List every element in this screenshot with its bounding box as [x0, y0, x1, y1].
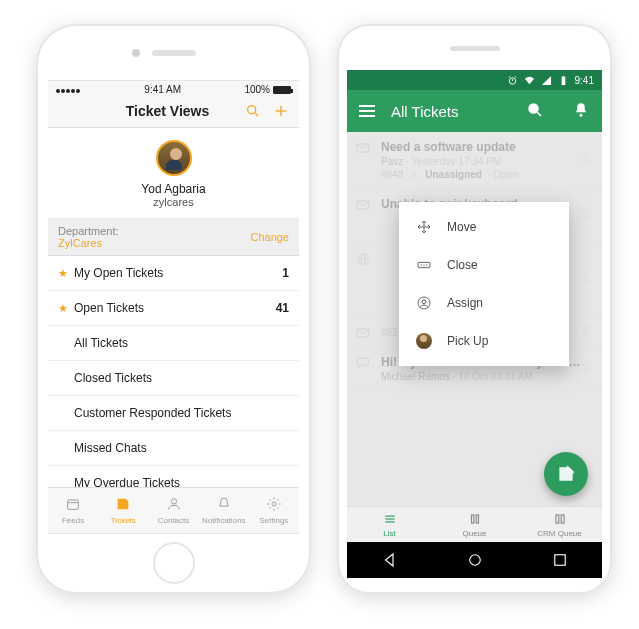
- menu-item-move[interactable]: Move: [399, 208, 569, 246]
- bell-icon[interactable]: [572, 101, 590, 122]
- battery-icon: [273, 86, 291, 94]
- svg-rect-4: [68, 500, 79, 509]
- department-label: Department:: [58, 225, 119, 237]
- view-row[interactable]: All Tickets: [48, 326, 299, 361]
- ios-status-bar: 9:41 AM 100%: [48, 81, 299, 97]
- move-icon: [415, 218, 433, 236]
- ticket-list: Need a software updatePavz · Yesterday 1…: [347, 132, 602, 506]
- feeds-icon: [65, 496, 81, 514]
- tab-label: List: [383, 529, 395, 538]
- android-bottom-tabs: ListQueueCRM Queue: [347, 506, 602, 542]
- svg-rect-37: [554, 555, 565, 566]
- fab-new-ticket[interactable]: [544, 452, 588, 496]
- menu-label: Close: [447, 258, 478, 272]
- tab-tickets[interactable]: Tickets: [98, 488, 148, 533]
- close-icon: [415, 256, 433, 274]
- view-row[interactable]: Missed Chats: [48, 431, 299, 466]
- notifications-icon: [216, 496, 232, 514]
- tab-notifications[interactable]: Notifications: [199, 488, 249, 533]
- iphone-frame: 9:41 AM 100% Ticket Views Yod Agbaria: [36, 24, 311, 594]
- battery-icon: [558, 75, 569, 86]
- menu-icon[interactable]: [359, 105, 375, 117]
- menu-label: Assign: [447, 296, 483, 310]
- svg-line-1: [255, 113, 258, 116]
- avatar: [156, 140, 192, 176]
- view-row[interactable]: ★My Open Tickets1: [48, 256, 299, 291]
- android-status-bar: 9:41: [347, 70, 602, 90]
- svg-rect-35: [561, 514, 564, 522]
- menu-label: Pick Up: [447, 334, 488, 348]
- tab-settings[interactable]: Settings: [249, 488, 299, 533]
- svg-line-15: [537, 112, 541, 116]
- menu-label: Move: [447, 220, 476, 234]
- menu-item-pick-up[interactable]: Pick Up: [399, 322, 569, 360]
- status-time: 9:41 AM: [144, 84, 181, 95]
- tab-icon: [383, 512, 397, 528]
- bottom-tab-crm-queue[interactable]: CRM Queue: [517, 507, 602, 542]
- wifi-icon: [524, 75, 535, 86]
- context-menu: MoveCloseAssignPick Up: [399, 202, 569, 366]
- view-label: Open Tickets: [74, 301, 144, 315]
- svg-point-16: [580, 113, 583, 116]
- search-icon[interactable]: [245, 103, 261, 119]
- tab-icon: [468, 512, 482, 528]
- tab-label: Settings: [259, 516, 288, 525]
- tab-label: Notifications: [202, 516, 246, 525]
- view-label: Missed Chats: [74, 441, 147, 455]
- search-icon[interactable]: [526, 101, 544, 122]
- svg-rect-13: [562, 75, 564, 76]
- view-label: My Open Tickets: [74, 266, 163, 280]
- svg-point-28: [422, 300, 426, 304]
- back-key[interactable]: [381, 551, 399, 569]
- signal-icon: [541, 75, 552, 86]
- change-department-button[interactable]: Change: [250, 231, 289, 243]
- toolbar-title: All Tickets: [391, 103, 510, 120]
- view-row[interactable]: Closed Tickets: [48, 361, 299, 396]
- tab-label: Contacts: [158, 516, 190, 525]
- svg-point-6: [171, 499, 176, 504]
- tickets-icon: [115, 496, 131, 514]
- contacts-icon: [166, 496, 182, 514]
- tab-label: Tickets: [111, 516, 136, 525]
- svg-line-11: [514, 76, 515, 77]
- tab-label: CRM Queue: [537, 529, 581, 538]
- department-value: ZylCares: [58, 237, 102, 249]
- svg-line-10: [508, 76, 509, 77]
- svg-point-36: [469, 555, 480, 566]
- recents-key[interactable]: [551, 551, 569, 569]
- svg-rect-34: [555, 514, 558, 522]
- svg-rect-33: [476, 514, 478, 522]
- bottom-tab-list[interactable]: List: [347, 507, 432, 542]
- profile-org: zylcares: [48, 196, 299, 208]
- view-label: All Tickets: [74, 336, 128, 350]
- bottom-tab-queue[interactable]: Queue: [432, 507, 517, 542]
- battery-indicator: 100%: [244, 84, 291, 95]
- view-row[interactable]: Customer Responded Tickets: [48, 396, 299, 431]
- svg-rect-32: [471, 514, 473, 522]
- svg-point-0: [248, 106, 256, 114]
- page-title: Ticket Views: [126, 103, 210, 119]
- settings-icon: [266, 496, 282, 514]
- tab-feeds[interactable]: Feeds: [48, 488, 98, 533]
- android-nav-bar: [347, 542, 602, 578]
- view-row[interactable]: ★Open Tickets41: [48, 291, 299, 326]
- svg-point-7: [272, 502, 276, 506]
- view-count: 41: [276, 301, 289, 315]
- profile-name: Yod Agbaria: [48, 182, 299, 196]
- signal-icon: [56, 84, 81, 95]
- android-toolbar: All Tickets: [347, 90, 602, 132]
- tab-label: Feeds: [62, 516, 84, 525]
- menu-item-assign[interactable]: Assign: [399, 284, 569, 322]
- home-key[interactable]: [466, 551, 484, 569]
- view-label: Closed Tickets: [74, 371, 152, 385]
- add-icon[interactable]: [273, 103, 289, 119]
- pickup-icon: [415, 332, 433, 350]
- menu-item-close[interactable]: Close: [399, 246, 569, 284]
- assign-icon: [415, 294, 433, 312]
- profile-card[interactable]: Yod Agbaria zylcares: [48, 128, 299, 219]
- ios-nav-bar: Ticket Views: [48, 97, 299, 128]
- tab-contacts[interactable]: Contacts: [148, 488, 198, 533]
- department-bar: Department: ZylCares Change: [48, 219, 299, 256]
- tab-icon: [553, 512, 567, 528]
- status-time: 9:41: [575, 75, 594, 86]
